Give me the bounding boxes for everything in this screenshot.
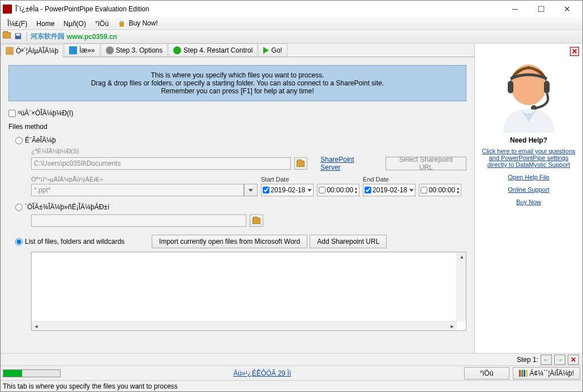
help-email-link[interactable]: Click here to email your questions and P…	[478, 148, 579, 168]
banner-line1: This is where you specify which files yo…	[16, 71, 459, 79]
chevron-down-icon	[409, 189, 414, 192]
folder-icon	[252, 218, 260, 224]
menu-file[interactable]: Î¼£(F)	[3, 19, 32, 29]
folder-open-icon[interactable]	[3, 32, 12, 41]
brand-url: www.pc0359.cn	[67, 33, 117, 41]
step-next-button[interactable]: →	[554, 355, 565, 365]
end-time-value: 00:00:00	[428, 186, 455, 194]
import-open-files-button[interactable]: Import currently open files from Microso…	[152, 235, 307, 248]
radio-from-textfile[interactable]	[15, 204, 23, 211]
statusbar: This tab is where you specify the files …	[1, 380, 582, 391]
tab-files[interactable]: Òª´¦ÀíµÄÎÄ¼þ	[1, 44, 63, 57]
radio-from-textfile-label: ´ÓÎÄ±¾ÎÄ¼þ»ñÈ¡ÎÄ¼þÁÐ±í	[25, 203, 109, 211]
window-titlebar: Î´ï¿±êÌa - PowerPointPipe Evaluation Edi…	[1, 1, 582, 18]
help-buy-now-link[interactable]: Buy Now	[516, 199, 541, 205]
brand-toolbar: 河东软件园 www.pc0359.cn	[1, 30, 582, 44]
end-time-picker[interactable]: 00:00:00 ▲▼	[419, 184, 461, 196]
edit-icon	[69, 46, 77, 54]
play-icon	[263, 47, 269, 54]
radio-list-of-files-label: List of files, folders and wildcards	[25, 238, 125, 245]
start-time-enable-checkbox[interactable]	[319, 187, 325, 193]
help-panel-close-button[interactable]: ✕	[570, 47, 579, 56]
browse-folder-button[interactable]	[294, 157, 307, 170]
step-cancel-button[interactable]: ✕	[568, 355, 579, 365]
chevron-down-icon	[307, 189, 312, 192]
files-method-label: Files method	[8, 123, 466, 131]
end-date-enable-checkbox[interactable]	[365, 187, 371, 193]
close-button[interactable]: ✕	[554, 1, 580, 18]
save-icon[interactable]	[14, 32, 23, 41]
start-folder-input[interactable]	[31, 157, 291, 170]
radio-list-of-files[interactable]	[15, 238, 23, 245]
end-date-picker[interactable]: 2019-02-18	[363, 184, 415, 196]
horizontal-scrollbar[interactable]: ◄►	[32, 321, 457, 330]
menu-home[interactable]: Home	[32, 19, 59, 29]
sharepoint-link[interactable]: SharePoint Server	[320, 156, 374, 171]
select-sharepoint-button[interactable]: Select Sharepoint URL	[385, 157, 466, 170]
progress-row: Äú»¹¿ÉÊÔÓÃ 29 Ìì °ïÖú Á¢¼´´¦ÀíÎÄ¼þ!	[1, 365, 582, 380]
help-open-file-link[interactable]: Open Help File	[508, 174, 549, 180]
shopping-bag-icon	[118, 20, 126, 28]
start-folder-label: ¿ªÊ¼ÎÄ¼þ¼Ð(S)	[31, 148, 466, 154]
tab-body: This is where you specify which files yo…	[1, 57, 474, 353]
start-date-picker[interactable]: 2019-02-18	[261, 184, 314, 196]
folder-icon	[297, 161, 305, 167]
tab-go[interactable]: Go!	[258, 44, 287, 57]
window-title: Î´ï¿±êÌa - PowerPointPipe Evaluation Edi…	[15, 5, 502, 13]
vertical-scrollbar[interactable]: ▲	[457, 252, 466, 321]
start-date-enable-checkbox[interactable]	[263, 187, 269, 193]
brand-watermark: 河东软件园	[31, 32, 65, 41]
step-indicator: Step 1:	[517, 356, 538, 364]
minimize-button[interactable]: ─	[502, 1, 528, 18]
files-list-box[interactable]: ▲ ◄►	[31, 252, 466, 331]
menu-buy-now[interactable]: Buy Now!	[113, 18, 162, 29]
tab-restart[interactable]: Step 4. Restart Control	[168, 44, 258, 57]
menu-other[interactable]: °ïÖú	[91, 19, 113, 29]
trial-progress-bar	[3, 369, 61, 377]
include-subfolders-checkbox[interactable]	[8, 110, 16, 117]
menubar: Î¼£(F) Home Nµñ(O) °ïÖú Buy Now!	[1, 18, 582, 30]
end-time-enable-checkbox[interactable]	[421, 187, 427, 193]
radio-scan-folder-label: É¨ÃèÎÄ¼þ	[25, 136, 56, 144]
radio-scan-folder[interactable]	[15, 137, 23, 144]
tab-options[interactable]: Step 3. Options	[101, 44, 168, 57]
menu-no[interactable]: Nµñ(O)	[59, 19, 91, 29]
tab-restart-label: Step 4. Restart Control	[183, 46, 252, 54]
trial-days-link[interactable]: Äú»¹¿ÉÊÔÓÃ 29 Ìì	[233, 369, 291, 377]
banner-line3: Remember you can press [F1] for help at …	[16, 87, 459, 95]
palette-icon	[519, 370, 528, 377]
filter-dropdown-button[interactable]	[244, 184, 258, 196]
svg-rect-3	[508, 81, 513, 93]
help-online-support-link[interactable]: Online Support	[508, 186, 549, 193]
textfile-path-input[interactable]	[31, 214, 246, 227]
support-avatar-icon	[492, 54, 565, 133]
menu-buy-label: Buy Now!	[128, 19, 157, 27]
help-panel: ✕ Need Help? Click here to email your qu…	[475, 44, 582, 353]
maximize-button[interactable]: ☐	[528, 1, 554, 18]
help-button[interactable]: °ïÖú	[464, 367, 509, 380]
app-icon	[3, 5, 12, 14]
browse-textfile-button[interactable]	[250, 214, 263, 227]
banner-line2: Drag & drop files or folders, or specify…	[16, 79, 459, 87]
end-date-value: 2019-02-18	[372, 186, 407, 194]
chevron-down-icon	[248, 189, 253, 192]
step-nav-bar: Step 1: ← → ✕	[1, 353, 582, 365]
svg-rect-4	[544, 81, 550, 93]
tab-replace-label: Ìæ»»	[79, 46, 95, 54]
start-date-label: Start Date	[261, 176, 314, 183]
refresh-icon	[173, 46, 181, 54]
step-prev-button[interactable]: ←	[541, 355, 552, 365]
help-title: Need Help?	[510, 136, 547, 144]
info-banner: This is where you specify which files yo…	[8, 65, 466, 101]
process-now-button[interactable]: Á¢¼´´¦ÀíÎÄ¼þ!	[513, 367, 581, 380]
add-sharepoint-url-button[interactable]: Add Sharepoint URL	[310, 235, 387, 248]
start-date-value: 2019-02-18	[271, 186, 305, 194]
tab-replace[interactable]: Ìæ»»	[64, 44, 100, 57]
filter-input[interactable]	[31, 184, 244, 196]
gear-icon	[106, 46, 114, 54]
tab-options-label: Step 3. Options	[116, 46, 163, 54]
svg-point-2	[511, 64, 547, 105]
start-time-picker[interactable]: 00:00:00 ▲▼	[317, 184, 359, 196]
main-area: Òª´¦ÀíµÄÎÄ¼þ Ìæ»» Step 3. Options Step 4…	[1, 44, 475, 353]
tab-go-label: Go!	[271, 46, 282, 54]
